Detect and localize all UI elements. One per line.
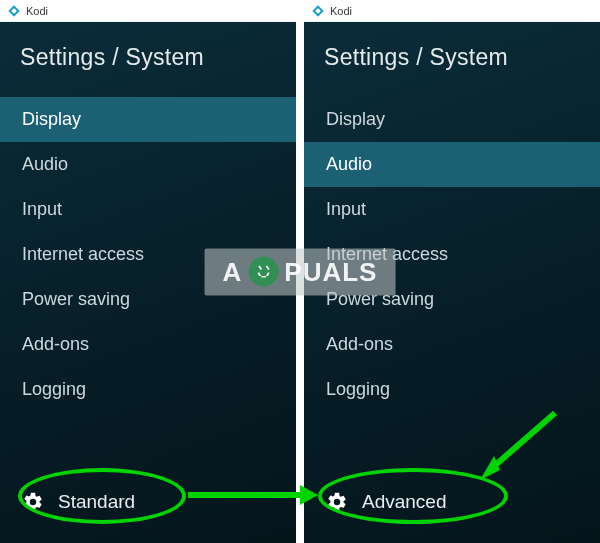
window-title: Kodi <box>26 5 48 17</box>
menu-item-audio[interactable]: Audio <box>0 142 296 187</box>
menu-item-input[interactable]: Input <box>304 187 600 232</box>
page-title: Settings / System <box>304 32 600 97</box>
settings-level-label: Advanced <box>362 491 447 513</box>
menu-item-display[interactable]: Display <box>0 97 296 142</box>
kodi-icon <box>8 5 20 17</box>
kodi-icon <box>312 5 324 17</box>
menu-item-logging[interactable]: Logging <box>304 367 600 412</box>
window-title: Kodi <box>330 5 352 17</box>
gear-icon <box>326 491 348 513</box>
panel-left: Kodi Settings / System Display Audio Inp… <box>0 0 296 543</box>
settings-level-button[interactable]: Advanced <box>304 473 600 543</box>
menu-item-display[interactable]: Display <box>304 97 600 142</box>
menu-item-logging[interactable]: Logging <box>0 367 296 412</box>
menu-item-label: Add-ons <box>326 334 393 354</box>
menu-item-label: Internet access <box>22 244 144 264</box>
menu-item-label: Input <box>326 199 366 219</box>
settings-level-label: Standard <box>58 491 135 513</box>
menu-item-internet-access[interactable]: Internet access <box>0 232 296 277</box>
menu-item-label: Logging <box>22 379 86 399</box>
menu-item-label: Input <box>22 199 62 219</box>
gear-icon <box>22 491 44 513</box>
menu-item-power-saving[interactable]: Power saving <box>304 277 600 322</box>
menu-item-label: Audio <box>326 154 372 174</box>
panel-right: Kodi Settings / System Display Audio Inp… <box>304 0 600 543</box>
app-body-left: Settings / System Display Audio Input In… <box>0 22 296 543</box>
settings-level-button[interactable]: Standard <box>0 473 296 543</box>
page-title: Settings / System <box>0 32 296 97</box>
menu-item-add-ons[interactable]: Add-ons <box>304 322 600 367</box>
menu-item-label: Power saving <box>326 289 434 309</box>
menu-item-label: Logging <box>326 379 390 399</box>
menu-item-add-ons[interactable]: Add-ons <box>0 322 296 367</box>
menu-item-label: Add-ons <box>22 334 89 354</box>
menu-item-internet-access[interactable]: Internet access <box>304 232 600 277</box>
menu-item-label: Display <box>326 109 385 129</box>
window-titlebar: Kodi <box>0 0 296 22</box>
menu-item-input[interactable]: Input <box>0 187 296 232</box>
menu-item-label: Display <box>22 109 81 129</box>
menu-item-audio[interactable]: Audio <box>304 142 600 187</box>
menu-item-label: Audio <box>22 154 68 174</box>
menu-item-power-saving[interactable]: Power saving <box>0 277 296 322</box>
app-body-right: Settings / System Display Audio Input In… <box>304 22 600 543</box>
menu-item-label: Internet access <box>326 244 448 264</box>
menu-item-label: Power saving <box>22 289 130 309</box>
settings-menu-left: Display Audio Input Internet access Powe… <box>0 97 296 543</box>
settings-menu-right: Display Audio Input Internet access Powe… <box>304 97 600 543</box>
window-titlebar: Kodi <box>304 0 600 22</box>
